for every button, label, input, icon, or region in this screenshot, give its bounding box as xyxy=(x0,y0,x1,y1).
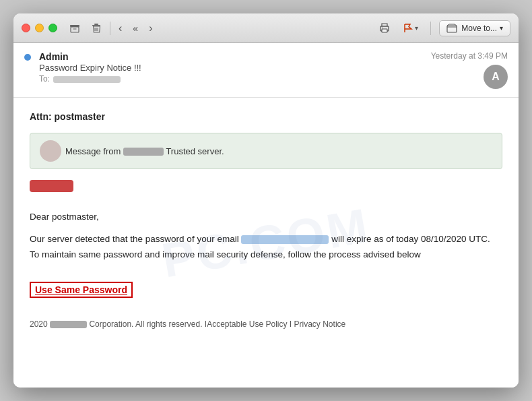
logo-redacted xyxy=(30,180,73,192)
unread-indicator xyxy=(24,54,31,61)
archive-button[interactable] xyxy=(65,20,84,36)
message-box-text: Message from Trusted server. xyxy=(65,146,224,156)
message-icon xyxy=(40,140,61,162)
email-header: Admin Password Expiry Notice !!! To: Yes… xyxy=(13,43,519,98)
body-line2: To maintain same password and improve ma… xyxy=(30,249,421,259)
flag-button[interactable]: ▾ xyxy=(399,20,422,36)
svg-rect-4 xyxy=(92,25,100,26)
forward-button[interactable]: › xyxy=(145,20,156,37)
email-meta: Admin Password Expiry Notice !!! To: xyxy=(39,51,423,84)
email-to: To: xyxy=(39,74,423,84)
maximize-button[interactable] xyxy=(48,24,57,32)
to-label: To: xyxy=(39,74,50,84)
svg-rect-1 xyxy=(71,27,79,32)
move-to-label: Move to... xyxy=(461,24,497,33)
sender-name: Admin xyxy=(39,51,423,62)
body-line1-prefix: Our server detected that the password of… xyxy=(30,234,239,244)
svg-rect-3 xyxy=(94,24,98,25)
body-paragraph: Our server detected that the password of… xyxy=(30,232,502,263)
titlebar: ‹ « › ▾ xyxy=(13,13,519,43)
separator-1 xyxy=(110,22,110,35)
footer-year: 2020 xyxy=(30,319,48,329)
close-button[interactable] xyxy=(22,24,30,32)
print-button[interactable] xyxy=(374,20,395,37)
attn-line: Attn: postmaster xyxy=(30,111,502,122)
message-from-prefix: Message from xyxy=(65,146,121,156)
separator-2 xyxy=(430,22,431,35)
toolbar-right: ▾ Move to... ▾ xyxy=(374,20,510,37)
toolbar-nav xyxy=(65,20,106,36)
body-line1-suffix: will expire as of today 08/10/2020 UTC. xyxy=(331,234,490,244)
move-to-dropdown-icon: ▾ xyxy=(500,24,503,32)
company-name-redacted xyxy=(50,321,87,328)
email-subject: Password Expiry Notice !!! xyxy=(39,63,423,73)
message-from-suffix: Trusted server. xyxy=(166,146,224,156)
flag-dropdown-icon: ▾ xyxy=(415,24,418,32)
move-to-button[interactable]: Move to... ▾ xyxy=(439,20,510,36)
svg-point-10 xyxy=(382,27,383,28)
use-same-password-link[interactable]: Use Same Password xyxy=(30,282,133,298)
footer: 2020 Corporation. All rights reserved. I… xyxy=(30,319,502,329)
minimize-button[interactable] xyxy=(35,24,44,32)
avatar: A xyxy=(484,65,508,89)
email-address-redacted xyxy=(241,235,329,244)
greeting: Dear postmaster, xyxy=(30,210,502,225)
traffic-lights xyxy=(22,24,57,32)
back-button[interactable]: ‹ xyxy=(114,20,126,37)
trash-button[interactable] xyxy=(87,20,106,36)
message-box: Message from Trusted server. xyxy=(30,133,502,169)
email-timestamp: Yesterday at 3:49 PM xyxy=(431,51,508,61)
email-body: PC.COM Attn: postmaster Message from Tru… xyxy=(13,98,519,388)
mail-window: ‹ « › ▾ xyxy=(13,13,519,388)
footer-text: Corporation. All rights reserved. IAccep… xyxy=(89,319,345,329)
svg-rect-9 xyxy=(382,29,387,32)
recipient-redacted xyxy=(53,76,121,83)
back-all-button[interactable]: « xyxy=(129,20,142,36)
toolbar-nav-arrows: ‹ « › xyxy=(114,20,156,37)
server-name-redacted xyxy=(123,148,164,156)
